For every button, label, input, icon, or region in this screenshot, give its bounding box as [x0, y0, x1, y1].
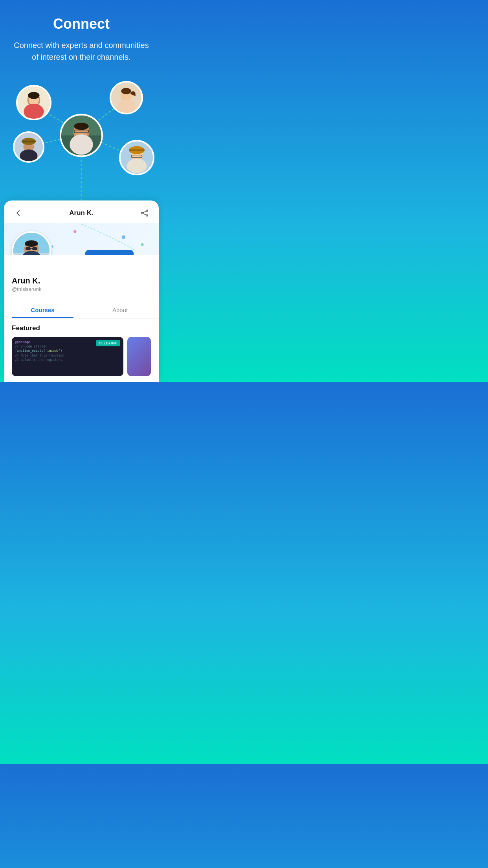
svg-point-12 — [121, 88, 131, 94]
hero-section: Connect Connect with experts and communi… — [0, 0, 163, 71]
avatar-top-right — [110, 81, 143, 114]
more-options-button[interactable]: ⋮ — [138, 251, 151, 255]
follow-label: + Follow — [101, 254, 124, 255]
svg-point-30 — [74, 123, 88, 130]
follow-button[interactable]: + + Follow — [85, 250, 134, 255]
profile-info: Arun K. @thisisarunk — [4, 255, 159, 296]
card-banner: + + Follow ⋮ — [4, 223, 159, 255]
profile-tabs: Courses About — [4, 302, 159, 318]
zillearn-badge: ZILLEARN+ — [96, 340, 120, 346]
avatar-mid-left — [13, 131, 44, 163]
svg-point-33 — [141, 212, 143, 214]
course-thumb-1[interactable]: @package // incode_starter function_exis… — [12, 337, 123, 376]
avatar-center — [60, 114, 103, 157]
tab-courses[interactable]: Courses — [4, 302, 81, 318]
profile-card: Arun K. — [4, 200, 159, 382]
svg-point-8 — [24, 103, 44, 118]
card-title: Arun K. — [69, 209, 93, 217]
tab-about[interactable]: About — [81, 302, 159, 318]
profile-actions: + + Follow ⋮ — [85, 250, 151, 255]
share-button[interactable] — [138, 207, 151, 219]
featured-title: Featured — [12, 324, 151, 332]
svg-line-36 — [143, 213, 146, 215]
featured-section: Featured @package // incode_starter func… — [4, 318, 159, 382]
back-button[interactable] — [12, 207, 24, 219]
svg-point-38 — [122, 235, 126, 239]
svg-point-31 — [70, 134, 93, 155]
card-header: Arun K. — [4, 200, 159, 223]
svg-line-35 — [143, 211, 146, 213]
svg-point-34 — [146, 215, 148, 216]
course-thumb-2[interactable] — [127, 337, 151, 376]
profile-handle: @thisisarunk — [12, 286, 151, 292]
plus-icon: + — [95, 254, 98, 255]
avatar-bottom-right — [119, 140, 154, 175]
svg-point-46 — [25, 240, 38, 247]
profile-name: Arun K. — [12, 276, 151, 285]
svg-point-39 — [141, 243, 144, 246]
svg-rect-47 — [26, 247, 31, 250]
svg-rect-22 — [129, 149, 145, 151]
svg-point-37 — [73, 230, 77, 233]
svg-rect-48 — [32, 247, 37, 250]
hero-title: Connect — [12, 16, 151, 32]
hero-subtitle: Connect with experts and communities of … — [12, 39, 151, 63]
svg-point-32 — [146, 210, 148, 211]
course-thumbnails: @package // incode_starter function_exis… — [12, 337, 151, 376]
svg-rect-17 — [22, 141, 36, 143]
network-section — [0, 75, 163, 200]
svg-point-40 — [51, 245, 54, 248]
svg-point-24 — [127, 159, 147, 173]
svg-point-9 — [28, 92, 40, 99]
avatar-top-left — [16, 85, 51, 120]
